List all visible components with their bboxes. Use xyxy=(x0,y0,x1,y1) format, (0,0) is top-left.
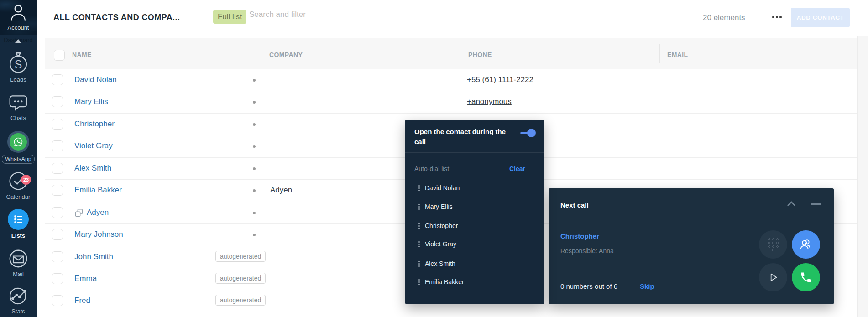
column-header-name[interactable]: NAME xyxy=(72,51,92,58)
dialpad-icon xyxy=(768,238,779,251)
open-contact-toggle[interactable] xyxy=(520,128,536,137)
phone-icon xyxy=(800,271,812,284)
drag-handle-icon[interactable] xyxy=(418,279,420,285)
whatsapp-icon-ring xyxy=(7,131,29,153)
calendar-badge: 23 xyxy=(21,175,31,185)
table-row[interactable]: David Nolan +55 (61) 1111-2222 xyxy=(45,69,857,91)
contact-name-link[interactable]: Emma xyxy=(74,274,97,283)
phone-link[interactable]: +55 (61) 1111-2222 xyxy=(467,75,533,84)
drag-handle-icon[interactable] xyxy=(418,241,420,247)
start-autodial-button[interactable] xyxy=(759,263,787,291)
row-checkbox[interactable] xyxy=(52,74,63,85)
contact-name-link[interactable]: Alex Smith xyxy=(74,164,111,173)
column-header-company[interactable]: COMPANY xyxy=(269,51,303,58)
phone-link[interactable]: +anonymous xyxy=(467,97,512,106)
autodial-list-label: Auto-dial list xyxy=(414,165,449,172)
column-header-phone[interactable]: PHONE xyxy=(468,51,492,58)
header-divider xyxy=(760,4,760,32)
contact-name-link[interactable]: Mary Johnson xyxy=(74,230,123,239)
page-title: ALL CONTACTS AND COMPA... xyxy=(53,13,180,22)
sidebar-item-whatsapp[interactable]: WhatsApp xyxy=(0,131,37,164)
autodial-list-item[interactable]: Christopher xyxy=(405,222,544,233)
sidebar-item-label: WhatsApp xyxy=(2,155,35,164)
filter-chip-full-list[interactable]: Full list xyxy=(213,10,246,24)
contact-name-link[interactable]: Fred xyxy=(74,296,90,305)
next-call-title: Next call xyxy=(560,201,589,209)
add-contact-button[interactable]: ADD CONTACT xyxy=(791,8,850,27)
account-icon xyxy=(9,3,28,22)
call-progress-label: 0 numbers out of 6 xyxy=(560,282,617,290)
more-options-icon[interactable] xyxy=(772,16,782,18)
row-checkbox[interactable] xyxy=(52,163,63,174)
sidebar-item-mail[interactable]: Mail xyxy=(0,249,37,277)
row-checkbox[interactable] xyxy=(52,140,63,151)
drag-handle-icon[interactable] xyxy=(418,223,420,229)
column-divider xyxy=(463,44,463,63)
contact-name-link[interactable]: David Nolan xyxy=(74,75,117,84)
whatsapp-icon xyxy=(10,133,27,151)
autodial-list-item[interactable]: Mary Ellis xyxy=(405,203,544,213)
table-row[interactable]: Mary Ellis +anonymous xyxy=(45,91,857,113)
row-checkbox[interactable] xyxy=(52,207,63,218)
drag-handle-icon[interactable] xyxy=(418,261,420,267)
autogenerated-badge: autogenerated xyxy=(215,251,266,262)
scroll-gutter xyxy=(857,36,868,317)
company-dot-icon xyxy=(253,145,256,148)
contact-name-link[interactable]: Mary Ellis xyxy=(74,97,108,106)
call-button[interactable] xyxy=(792,263,820,291)
play-icon xyxy=(767,271,779,283)
autodial-list-item[interactable]: Alex Smith xyxy=(405,260,544,270)
sidebar-item-lists[interactable]: Lists xyxy=(0,209,37,239)
stats-icon xyxy=(8,286,28,306)
row-checkbox[interactable] xyxy=(52,96,63,107)
row-checkbox[interactable] xyxy=(52,119,63,130)
minimize-icon[interactable] xyxy=(809,198,823,209)
row-checkbox[interactable] xyxy=(52,251,63,262)
drag-handle-icon[interactable] xyxy=(418,185,420,191)
sidebar-item-account[interactable]: Account xyxy=(0,3,37,31)
company-dot-icon xyxy=(253,189,256,192)
row-checkbox[interactable] xyxy=(52,273,63,284)
leads-icon: S xyxy=(8,51,29,74)
sidebar-item-leads[interactable]: S Leads xyxy=(0,51,37,83)
divider xyxy=(549,216,834,216)
select-all-checkbox[interactable] xyxy=(54,50,65,61)
sidebar: Account Dashboard S Leads Chats Wha xyxy=(0,0,37,317)
elements-count: 20 elements xyxy=(703,13,745,22)
divider xyxy=(405,152,544,153)
drag-handle-icon[interactable] xyxy=(418,204,420,210)
dialpad-button[interactable] xyxy=(759,230,787,259)
sidebar-item-label: Mail xyxy=(0,271,37,277)
search-input[interactable] xyxy=(249,10,413,19)
column-divider xyxy=(265,44,265,63)
column-divider xyxy=(659,44,660,63)
header-divider xyxy=(202,4,202,32)
column-header-email[interactable]: EMAIL xyxy=(667,51,688,58)
sidebar-item-calendar[interactable]: 23 Calendar xyxy=(0,171,37,200)
row-checkbox[interactable] xyxy=(52,229,63,240)
sidebar-item-label: Lists xyxy=(0,233,37,239)
contact-name-link[interactable]: Emilia Bakker xyxy=(74,186,122,195)
company-link[interactable]: Adyen xyxy=(270,186,292,195)
contact-name-link[interactable]: John Smith xyxy=(74,252,113,261)
autogenerated-badge: autogenerated xyxy=(215,273,266,284)
skip-button[interactable]: Skip xyxy=(640,282,654,290)
sidebar-item-label: Leads xyxy=(0,77,37,83)
row-checkbox[interactable] xyxy=(52,295,63,306)
row-checkbox[interactable] xyxy=(52,185,63,196)
chevron-up-icon[interactable] xyxy=(784,198,799,209)
autodial-list-item[interactable]: David Nolan xyxy=(405,184,544,195)
company-name-link[interactable]: Adyen xyxy=(87,208,109,217)
contact-name-link[interactable]: Christopher xyxy=(74,120,115,129)
autodial-list-item[interactable]: Emilia Bakker xyxy=(405,278,544,289)
contact-name-link[interactable]: Violet Gray xyxy=(74,141,113,151)
collapse-arrow-icon[interactable] xyxy=(15,39,21,43)
sidebar-item-chats[interactable]: Chats xyxy=(0,93,37,121)
sidebar-item-label: Chats xyxy=(0,115,37,121)
sidebar-item-stats[interactable]: Stats xyxy=(0,286,37,315)
autodial-list-item[interactable]: Violet Gray xyxy=(405,240,544,251)
open-contact-button[interactable] xyxy=(792,230,820,259)
next-call-contact-link[interactable]: Christopher xyxy=(560,232,599,240)
next-call-panel: Next call Christopher Responsible: Anna … xyxy=(549,188,834,304)
clear-button[interactable]: Clear xyxy=(509,165,525,172)
